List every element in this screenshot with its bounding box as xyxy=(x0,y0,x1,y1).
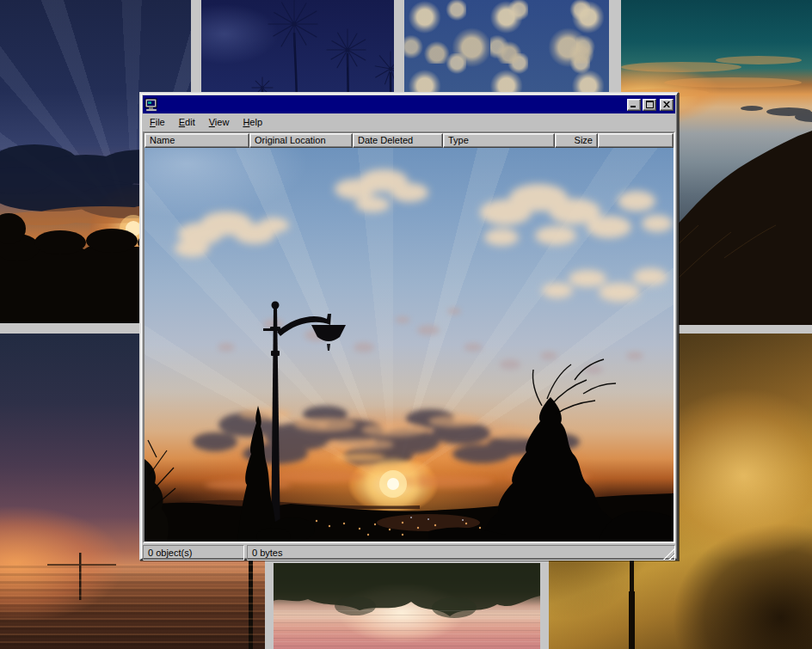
column-header-date-deleted[interactable]: Date Deleted xyxy=(353,133,443,148)
bg-photo-pink-reflection xyxy=(274,563,540,649)
column-headers: Name Original Location Date Deleted Type… xyxy=(145,133,674,148)
title-bar[interactable] xyxy=(143,95,675,113)
status-object-count: 0 object(s) xyxy=(143,545,244,560)
window-controls xyxy=(627,99,674,111)
column-header-filler xyxy=(598,133,674,148)
pink-reflection-art xyxy=(274,563,540,649)
maximize-button[interactable] xyxy=(643,99,656,111)
menu-edit[interactable]: Edit xyxy=(172,116,202,128)
recycle-bin-window: File Edit View Help Name Original Locati… xyxy=(139,92,679,560)
close-icon xyxy=(663,101,670,107)
column-header-type[interactable]: Type xyxy=(443,133,555,148)
menu-help[interactable]: Help xyxy=(236,116,269,128)
menu-bar: File Edit View Help xyxy=(143,113,675,131)
maximize-icon xyxy=(646,101,654,108)
column-header-size[interactable]: Size xyxy=(555,133,598,148)
column-header-original-location[interactable]: Original Location xyxy=(249,133,353,148)
file-list-area[interactable] xyxy=(145,148,674,542)
menu-view[interactable]: View xyxy=(202,116,237,128)
list-view: Name Original Location Date Deleted Type… xyxy=(143,132,675,543)
minimize-icon xyxy=(631,101,637,107)
computer-icon xyxy=(145,98,158,112)
column-header-name[interactable]: Name xyxy=(145,133,249,148)
minimize-button[interactable] xyxy=(627,99,641,111)
status-bar: 0 object(s) 0 bytes xyxy=(143,545,675,560)
wallpaper-sunset-lamppost xyxy=(145,148,674,542)
status-byte-count: 0 bytes xyxy=(247,545,675,560)
close-button[interactable] xyxy=(660,99,674,111)
menu-file[interactable]: File xyxy=(143,116,172,128)
